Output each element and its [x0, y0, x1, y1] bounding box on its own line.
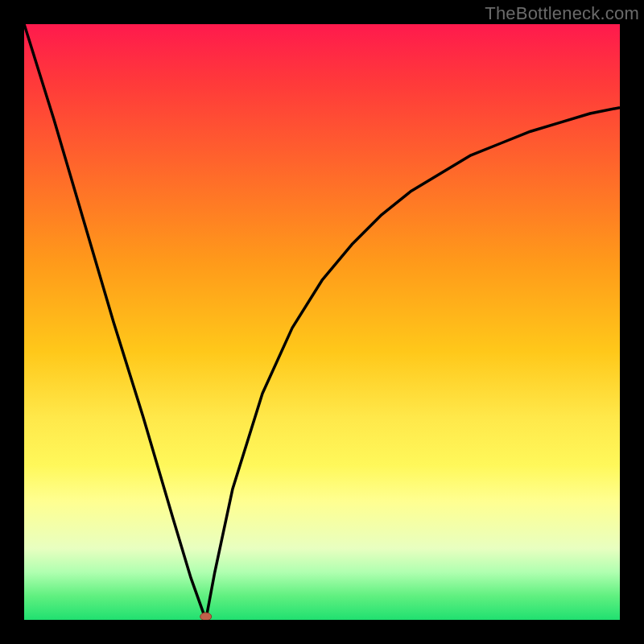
minimum-marker	[200, 613, 212, 620]
chart-frame: TheBottleneck.com	[0, 0, 644, 644]
right-branch-path	[206, 108, 620, 620]
plot-area	[24, 24, 620, 620]
bottleneck-curve-svg	[24, 24, 620, 620]
watermark-text: TheBottleneck.com	[485, 3, 639, 24]
bottleneck-curve	[24, 24, 620, 620]
left-branch-path	[24, 24, 206, 620]
